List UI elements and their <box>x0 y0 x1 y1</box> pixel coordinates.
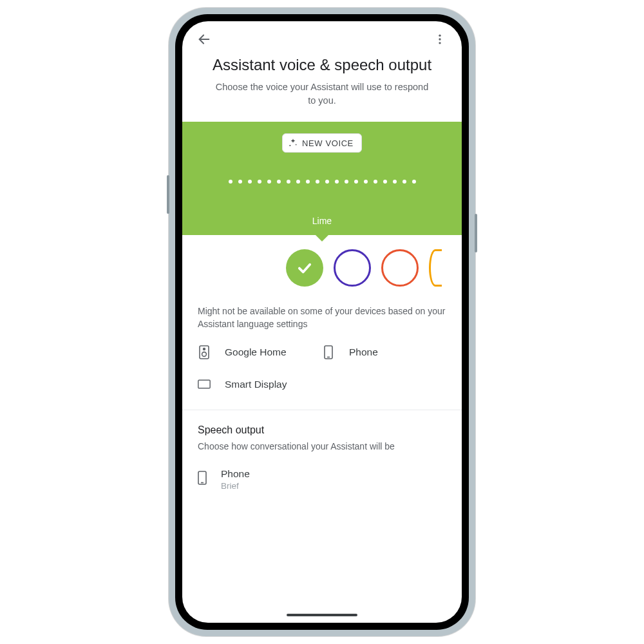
waveform-dot <box>316 180 319 184</box>
waveform-dot <box>393 180 397 184</box>
voice-preview-panel: NEW VOICE Lime <box>182 122 462 235</box>
device-label: Google Home <box>225 346 287 358</box>
voice-swatch-purple[interactable] <box>334 249 371 287</box>
overflow-menu-button[interactable] <box>427 26 453 52</box>
waveform-dot <box>296 180 300 184</box>
phone-frame: Assistant voice & speech output Choose t… <box>169 8 475 636</box>
svg-point-8 <box>202 352 207 356</box>
waveform-dot <box>229 180 232 184</box>
home-indicator[interactable] <box>287 614 357 616</box>
device-item: Google Home <box>198 345 322 359</box>
waveform-dot <box>335 180 339 184</box>
device-label: Phone <box>349 346 378 358</box>
voice-swatch-lime[interactable] <box>286 249 323 287</box>
app-bar <box>182 21 462 57</box>
waveform-dot <box>412 180 416 184</box>
waveform-dot <box>354 180 358 184</box>
waveform-dot <box>287 180 290 184</box>
availability-section: Might not be available on some of your d… <box>182 299 462 390</box>
check-icon <box>296 259 314 277</box>
waveform-dots <box>229 180 416 184</box>
back-button[interactable] <box>191 26 217 52</box>
svg-point-1 <box>439 35 440 37</box>
phone-icon <box>322 345 335 359</box>
waveform-dot <box>267 180 271 184</box>
speech-output-subtitle: Choose how conversational your Assistant… <box>182 440 462 451</box>
new-voice-chip-label: NEW VOICE <box>302 138 354 148</box>
svg-rect-11 <box>198 380 210 388</box>
device-item: Smart Display <box>198 379 322 390</box>
waveform-dot <box>402 180 406 184</box>
page-title: Assistant voice & speech output <box>182 56 462 74</box>
display-icon <box>198 379 211 390</box>
sparkle-icon <box>288 138 298 148</box>
svg-point-4 <box>289 145 290 146</box>
waveform-dot <box>374 180 377 184</box>
page-subtitle: Choose the voice your Assistant will use… <box>182 74 462 122</box>
svg-point-5 <box>296 144 297 146</box>
device-item: Phone <box>322 345 446 359</box>
more-vert-icon <box>433 33 446 46</box>
speech-output-item[interactable]: PhoneBrief <box>182 451 462 491</box>
arrow-back-icon <box>197 32 211 46</box>
waveform-dot <box>383 180 387 184</box>
device-grid: Google HomePhoneSmart Display <box>198 345 446 390</box>
voice-swatch-viewport <box>182 235 462 299</box>
new-voice-chip[interactable]: NEW VOICE <box>282 133 362 153</box>
phone-bezel: Assistant voice & speech output Choose t… <box>175 14 469 630</box>
selected-voice-name: Lime <box>312 216 332 226</box>
availability-note: Might not be available on some of your d… <box>198 305 446 331</box>
svg-point-2 <box>439 38 440 40</box>
voice-swatch-row[interactable] <box>266 235 462 299</box>
phone-icon <box>198 471 207 488</box>
waveform-dot <box>345 180 348 184</box>
waveform-dot <box>277 180 281 184</box>
speech-output-item-value: Brief <box>221 481 250 491</box>
speaker-icon <box>198 345 211 359</box>
waveform-dot <box>325 180 329 184</box>
svg-point-3 <box>439 42 440 44</box>
voice-swatch-orange-red[interactable] <box>381 249 419 287</box>
device-label: Smart Display <box>225 379 287 390</box>
speech-output-item-title: Phone <box>221 468 250 480</box>
waveform-dot <box>364 180 368 184</box>
waveform-dot <box>238 180 242 184</box>
speech-output-title: Speech output <box>182 410 462 440</box>
waveform-dot <box>258 180 261 184</box>
screen: Assistant voice & speech output Choose t… <box>182 21 462 623</box>
voice-swatch-golden[interactable] <box>429 249 442 287</box>
svg-point-7 <box>204 348 205 350</box>
waveform-dot <box>248 180 252 184</box>
waveform-dot <box>306 180 310 184</box>
